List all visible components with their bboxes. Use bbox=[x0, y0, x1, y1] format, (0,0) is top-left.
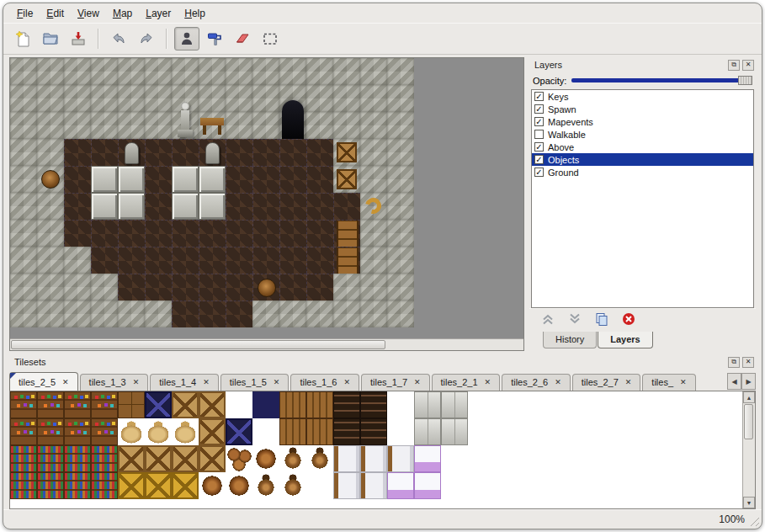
map-tile[interactable] bbox=[279, 112, 306, 139]
map-tile[interactable] bbox=[387, 274, 414, 301]
tileset-tile-dark-crate[interactable] bbox=[145, 391, 172, 418]
map-tile[interactable] bbox=[199, 139, 226, 166]
map-tile[interactable] bbox=[91, 58, 118, 85]
tab-scroll-right-button[interactable]: ▶ bbox=[741, 373, 756, 390]
panel-close-button[interactable]: ✕ bbox=[742, 60, 754, 71]
tab-close-icon[interactable]: ✕ bbox=[483, 378, 493, 387]
lower-layer-button[interactable] bbox=[566, 312, 583, 329]
map-tile[interactable] bbox=[387, 193, 414, 220]
tab-close-icon[interactable]: ✕ bbox=[272, 378, 282, 387]
layer-visibility-checkbox[interactable]: ✓ bbox=[534, 155, 544, 164]
tileset-tile-crate[interactable] bbox=[172, 391, 199, 418]
map-horizontal-scrollbar[interactable] bbox=[10, 338, 523, 350]
tileset-tile-stone-block[interactable] bbox=[441, 391, 468, 418]
map-tile[interactable] bbox=[145, 58, 172, 85]
tab-close-icon[interactable]: ✕ bbox=[131, 378, 141, 387]
opacity-slider-handle[interactable] bbox=[738, 76, 752, 85]
map-tile[interactable] bbox=[10, 58, 37, 85]
map-tile[interactable] bbox=[279, 166, 306, 193]
map-tile[interactable] bbox=[226, 193, 252, 220]
map-tile[interactable] bbox=[279, 301, 306, 327]
tileset-tile-empty[interactable] bbox=[441, 472, 468, 499]
tileset-tile-bed-white[interactable] bbox=[387, 445, 414, 472]
tileset-tile-bookshelf[interactable] bbox=[37, 472, 64, 499]
tileset-tab-tiles_1_5[interactable]: tiles_1_5✕ bbox=[220, 374, 290, 391]
map-tile[interactable] bbox=[64, 301, 91, 327]
tileset-tile-empty[interactable] bbox=[252, 418, 279, 445]
tileset-tile-shelf-bottles[interactable] bbox=[10, 418, 37, 445]
map-tile[interactable] bbox=[306, 274, 333, 301]
map-scroll-area[interactable] bbox=[10, 58, 523, 338]
tileset-tile-dark-shelf[interactable] bbox=[360, 391, 387, 418]
tileset-tile-empty[interactable] bbox=[306, 472, 333, 499]
tileset-tab-tiles_2_5[interactable]: tiles_2_5✕ bbox=[9, 372, 78, 391]
map-tile[interactable] bbox=[252, 112, 279, 139]
menu-map[interactable]: Map bbox=[106, 5, 139, 22]
tileset-tile-pot[interactable] bbox=[279, 472, 306, 499]
map-tile[interactable] bbox=[333, 193, 360, 220]
tileset-tile-dark-shelf[interactable] bbox=[360, 418, 387, 445]
stamp-tool-button[interactable] bbox=[174, 27, 199, 51]
tileset-tile-crate[interactable] bbox=[172, 445, 199, 472]
delete-layer-button[interactable] bbox=[620, 312, 637, 329]
tileset-tile-empty[interactable] bbox=[387, 418, 414, 445]
map-tile[interactable] bbox=[64, 274, 91, 301]
map-tile[interactable] bbox=[333, 85, 360, 112]
menu-file[interactable]: File bbox=[10, 5, 40, 22]
map-tile[interactable] bbox=[360, 58, 387, 85]
map-tile[interactable] bbox=[226, 85, 252, 112]
map-tile[interactable] bbox=[360, 112, 387, 139]
tileset-tile-stone-block[interactable] bbox=[441, 418, 468, 445]
tab-scroll-left-button[interactable]: ◀ bbox=[727, 373, 741, 390]
layer-visibility-checkbox[interactable]: ✓ bbox=[534, 117, 544, 126]
map-tile[interactable] bbox=[172, 220, 199, 247]
map-tile[interactable] bbox=[10, 274, 37, 301]
tileset-tile-bookshelf[interactable] bbox=[91, 445, 118, 472]
tileset-tile-empty[interactable] bbox=[441, 445, 468, 472]
tileset-tab-tiles_2_1[interactable]: tiles_2_1✕ bbox=[432, 374, 501, 391]
select-tool-button[interactable] bbox=[258, 27, 283, 51]
map-tile[interactable] bbox=[10, 220, 37, 247]
map-tile[interactable] bbox=[10, 112, 37, 139]
map-tile[interactable] bbox=[91, 274, 118, 301]
map-tile[interactable] bbox=[306, 139, 333, 166]
map-tile[interactable] bbox=[226, 139, 252, 166]
tileset-tab-tiles_1_4[interactable]: tiles_1_4✕ bbox=[150, 374, 219, 391]
tileset-tile-pot[interactable] bbox=[306, 445, 333, 472]
undo-button[interactable] bbox=[106, 27, 131, 51]
map-tile[interactable] bbox=[172, 112, 199, 139]
map-tile[interactable] bbox=[306, 247, 333, 274]
tileset-tile-crate-stack[interactable] bbox=[118, 391, 145, 418]
map-tile[interactable] bbox=[145, 166, 172, 193]
map-tile[interactable] bbox=[306, 193, 333, 220]
map-tile[interactable] bbox=[37, 58, 64, 85]
map-tile[interactable] bbox=[91, 247, 118, 274]
map-tile[interactable] bbox=[199, 112, 226, 139]
map-tile[interactable] bbox=[199, 58, 226, 85]
tab-close-icon[interactable]: ✕ bbox=[624, 378, 634, 387]
tileset-tile-shelf-bottles[interactable] bbox=[64, 391, 91, 418]
map-tile[interactable] bbox=[333, 301, 360, 327]
map-tile[interactable] bbox=[306, 301, 333, 327]
map-tile[interactable] bbox=[279, 247, 306, 274]
map-tile[interactable] bbox=[306, 58, 333, 85]
tileset-tile-crate[interactable] bbox=[199, 445, 226, 472]
map-tile[interactable] bbox=[172, 193, 199, 220]
map-tile[interactable] bbox=[252, 139, 279, 166]
map-tile[interactable] bbox=[199, 220, 226, 247]
tab-close-icon[interactable]: ✕ bbox=[342, 378, 352, 387]
panel-float-button[interactable]: ⧉ bbox=[728, 357, 740, 368]
tileset-tile-dark-shelf[interactable] bbox=[333, 418, 360, 445]
map-tile[interactable] bbox=[37, 85, 64, 112]
scrollbar-thumb[interactable] bbox=[11, 340, 385, 349]
map-tile[interactable] bbox=[172, 139, 199, 166]
layer-row-objects[interactable]: ✓Objects bbox=[532, 153, 753, 166]
map-tile[interactable] bbox=[172, 301, 199, 327]
tileset-tile-sack[interactable] bbox=[118, 418, 145, 445]
map-tile[interactable] bbox=[360, 193, 387, 220]
tileset-tile-plank-shelf[interactable] bbox=[306, 391, 333, 418]
map-tile[interactable] bbox=[333, 274, 360, 301]
tileset-tile-barrel-group[interactable] bbox=[226, 445, 252, 472]
tileset-tile-dark-shelf[interactable] bbox=[333, 391, 360, 418]
map-tile[interactable] bbox=[37, 193, 64, 220]
